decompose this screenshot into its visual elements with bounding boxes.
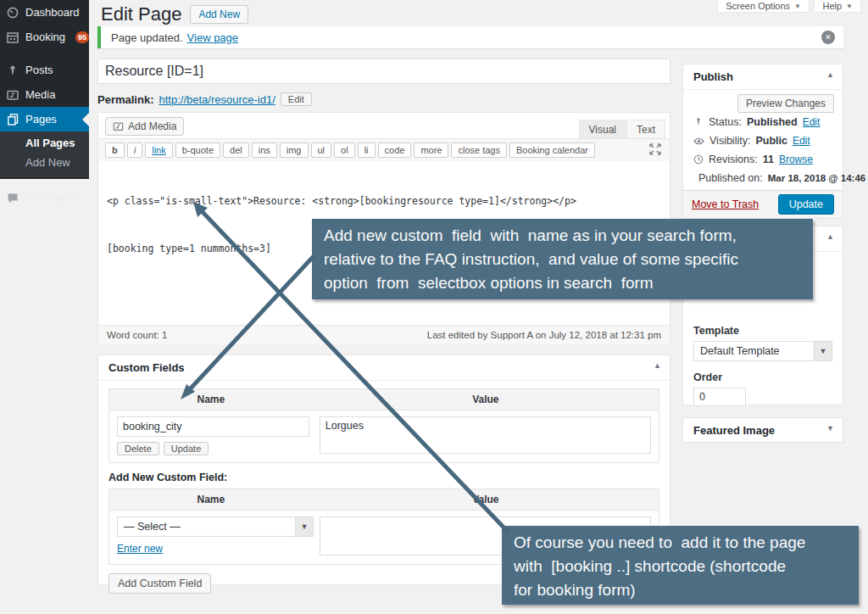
qt-more-button[interactable]: more — [414, 142, 448, 158]
sidebar-item-label: Comments — [25, 192, 79, 204]
revisions-value: 11 — [763, 154, 774, 165]
chevron-down-icon: ▼ — [846, 3, 853, 10]
qt-code-button[interactable]: code — [378, 142, 412, 158]
pages-submenu: All Pages Add New — [0, 131, 89, 177]
column-header-value: Value — [313, 489, 659, 510]
publish-header[interactable]: Publish ▲ — [683, 64, 843, 90]
screen-options-tab[interactable]: Screen Options ▼ — [717, 0, 810, 13]
update-notice: Page updated. View page ✕ — [97, 26, 843, 48]
order-input[interactable] — [693, 388, 746, 406]
custom-field-name-input[interactable] — [117, 416, 309, 437]
add-custom-field-button[interactable]: Add Custom Field — [108, 573, 211, 594]
collapse-icon[interactable]: ▲ — [826, 232, 834, 241]
sidebar-item-booking[interactable]: Booking 95 — [0, 25, 89, 49]
add-media-icon — [113, 121, 124, 131]
edit-status-link[interactable]: Edit — [803, 116, 821, 128]
sidebar-item-dashboard[interactable]: Dashboard — [0, 0, 89, 25]
last-edited: Last edited by Support A on July 12, 201… — [427, 330, 661, 340]
collapse-icon[interactable]: ▲ — [654, 361, 661, 370]
annotation-text-line: Of course you need to add it to the page — [514, 531, 847, 555]
revisions-row: Revisions: 11 Browse — [693, 154, 834, 165]
qt-close-tags-button[interactable]: close tags — [451, 142, 507, 158]
featured-image-header[interactable]: Featured Image ▼ — [683, 418, 843, 443]
annotation-text-line: with [booking ..] shortcode (shortcode — [514, 555, 847, 578]
update-custom-field-button[interactable]: Update — [164, 442, 209, 455]
annotation-text-line: Add new custom field with name as in you… — [324, 224, 801, 248]
move-to-trash-link[interactable]: Move to Trash — [692, 198, 759, 210]
chevron-down-icon: ▼ — [794, 3, 801, 10]
qt-link-button[interactable]: link — [145, 142, 173, 158]
qt-img-button[interactable]: img — [280, 142, 309, 158]
enter-new-link[interactable]: Enter new — [117, 543, 163, 555]
qt-bold-button[interactable]: b — [105, 142, 125, 158]
sidebar-item-posts[interactable]: Posts — [0, 58, 89, 82]
qt-ul-button[interactable]: ul — [311, 142, 332, 158]
sidebar-item-media[interactable]: Media — [0, 82, 89, 107]
pin-icon — [7, 64, 19, 76]
add-new-page-button[interactable]: Add New — [190, 5, 248, 24]
add-media-button[interactable]: Add Media — [105, 117, 184, 136]
chevron-down-icon: ▼ — [814, 342, 832, 360]
edit-permalink-button[interactable]: Edit — [281, 92, 312, 106]
featured-image-title: Featured Image — [693, 424, 775, 437]
qt-ins-button[interactable]: ins — [252, 142, 277, 158]
qt-booking-calendar-button[interactable]: Booking calendar — [509, 142, 595, 158]
fullscreen-icon[interactable] — [649, 143, 661, 158]
sidebar-item-pages[interactable]: Pages — [0, 107, 89, 131]
permalink-link[interactable]: http://beta/resource-id1/ — [159, 93, 275, 106]
custom-field-value-textarea[interactable]: Lorgues — [320, 416, 651, 454]
sidebar-item-label: Posts — [25, 64, 53, 76]
qt-del-button[interactable]: del — [223, 142, 249, 158]
qt-bquote-button[interactable]: b-quote — [175, 142, 220, 158]
sidebar-item-all-pages[interactable]: All Pages — [0, 133, 89, 153]
dismiss-notice-icon[interactable]: ✕ — [821, 31, 835, 44]
select-value: — Select — — [124, 521, 181, 533]
add-media-label: Add Media — [128, 120, 176, 132]
view-page-link[interactable]: View page — [187, 31, 238, 44]
preview-changes-button[interactable]: Preview Changes — [737, 94, 834, 113]
template-select[interactable]: Default Template ▼ — [693, 341, 832, 361]
update-button[interactable]: Update — [778, 194, 834, 215]
chevron-down-icon: ▼ — [295, 517, 313, 536]
published-label: Published on: — [698, 172, 763, 184]
column-header-name: Name — [109, 389, 313, 410]
browse-revisions-link[interactable]: Browse — [779, 154, 813, 165]
status-row: Status: Published Edit — [693, 116, 834, 128]
qt-italic-button[interactable]: i — [127, 142, 142, 158]
tab-text[interactable]: Text — [626, 120, 665, 139]
expand-icon[interactable]: ▼ — [826, 424, 834, 433]
help-tab[interactable]: Help ▼ — [814, 0, 861, 13]
status-label: Status: — [709, 116, 742, 128]
publish-title: Publish — [693, 70, 733, 83]
add-custom-field-table-header: Name Value — [109, 489, 659, 511]
select-value: Default Template — [700, 345, 780, 357]
sidebar-item-comments[interactable]: Comments — [0, 186, 89, 210]
page-title-input[interactable] — [97, 59, 670, 84]
collapse-icon[interactable]: ▲ — [826, 70, 834, 79]
custom-field-name-select[interactable]: — Select — ▼ — [117, 516, 314, 537]
order-label: Order — [693, 371, 832, 383]
annotation-text-line: relative to the FAQ instruction, and val… — [324, 248, 801, 271]
template-label: Template — [693, 325, 832, 337]
editor-code-line: <p class="is-small-text">Resource: <stro… — [107, 195, 661, 207]
qt-ol-button[interactable]: ol — [334, 142, 355, 158]
custom-fields-header[interactable]: Custom Fields ▲ — [98, 355, 670, 381]
edit-visibility-link[interactable]: Edit — [793, 135, 810, 147]
custom-field-row: Delete Update Lorgues — [109, 410, 659, 462]
eye-icon — [693, 137, 704, 146]
annotation-shortcode: Of course you need to add it to the page… — [502, 526, 859, 605]
word-count: Word count: 1 — [107, 330, 167, 340]
admin-sidebar: Dashboard Booking 95 Posts Media Pages A… — [0, 0, 89, 179]
qt-li-button[interactable]: li — [358, 142, 376, 158]
tab-visual[interactable]: Visual — [579, 120, 626, 139]
annotation-text-line: for booking form) — [514, 578, 847, 602]
published-value: Mar 18, 2018 @ 14:46 — [768, 173, 865, 183]
sidebar-item-add-new[interactable]: Add New — [0, 153, 89, 172]
status-pin-icon — [693, 117, 704, 127]
published-on-row: Published on: Mar 18, 2018 @ 14:46 Edit — [693, 172, 834, 184]
delete-custom-field-button[interactable]: Delete — [117, 442, 159, 455]
custom-fields-title: Custom Fields — [108, 361, 185, 374]
dashboard-icon — [7, 7, 19, 19]
sidebar-item-label: Dashboard — [25, 6, 80, 19]
editor-status-bar: Word count: 1 Last edited by Support A o… — [98, 325, 670, 344]
